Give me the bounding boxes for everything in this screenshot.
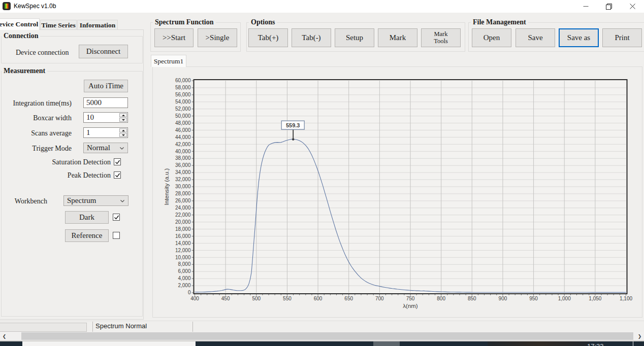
svg-text:400: 400 [190,296,199,301]
saturation-detection-checkbox[interactable] [114,158,121,165]
tab-plus-button[interactable]: Tab(+) [248,28,288,47]
svg-text:650: 650 [344,296,353,301]
spectrum-function-group-title: Spectrum Function [153,18,216,26]
status-message: Spectrum Normal [95,321,147,332]
svg-text:559.3: 559.3 [286,122,300,128]
disconnect-button[interactable]: Disconnect [79,45,128,58]
svg-text:800: 800 [437,296,445,301]
title-bar: KewSpec v1.0b [0,0,644,13]
svg-text:30,000: 30,000 [175,184,191,189]
open-button[interactable]: Open [472,28,511,47]
minimize-button[interactable] [574,0,597,13]
close-icon [630,4,635,9]
trigger-mode-dropdown[interactable]: Normal [83,143,128,153]
svg-text:58,000: 58,000 [175,85,191,90]
svg-text:54,000: 54,000 [175,99,191,105]
tab-time-series[interactable]: Time Series [40,20,77,30]
svg-text:2,000: 2,000 [178,283,190,288]
boxcar-width-down-button[interactable] [119,118,127,122]
check-icon [114,172,121,179]
svg-text:10,000: 10,000 [175,255,191,260]
spectrum-chart[interactable]: 02,0004,0006,0008,00010,00012,00014,0001… [153,67,642,317]
minimize-icon [583,4,589,9]
boxcar-width-label: Boxcar width [0,114,72,122]
integration-time-label: Integration time(ms) [0,99,72,108]
svg-text:44,000: 44,000 [175,134,191,140]
dark-button[interactable]: Dark [65,211,109,224]
svg-text:1,050: 1,050 [589,296,601,301]
chevron-down-icon [120,200,124,202]
taskbar-button-highlight [373,341,400,346]
reference-button[interactable]: Reference [65,229,109,242]
mark-tools-button[interactable]: Mark Tools [421,28,461,47]
svg-text:50,000: 50,000 [175,113,191,119]
svg-text:900: 900 [499,296,507,301]
boxcar-width-value: 10 [86,113,94,121]
svg-text:42,000: 42,000 [175,142,191,147]
workbench-dropdown[interactable]: Spectrum [63,195,128,206]
boxcar-width-input[interactable]: 10 [83,112,128,123]
integration-time-input[interactable]: 5000 [83,97,128,108]
save-as-button[interactable]: Save as [559,28,599,47]
measurement-group-title: Measurement [2,67,47,75]
start-button[interactable]: >>Start [154,28,194,47]
file-management-group-title: File Management [471,18,528,26]
svg-text:450: 450 [221,296,230,301]
clock-text: 17:33 [587,344,604,346]
progress-indicator [0,323,87,332]
svg-text:0: 0 [188,290,191,295]
restore-button[interactable] [597,0,621,13]
tab-information-label: Information [80,21,116,29]
scans-average-down-button[interactable] [119,133,127,137]
trigger-mode-value: Normal [87,144,110,152]
svg-text:4,000: 4,000 [178,275,190,281]
svg-text:1,100: 1,100 [620,296,632,301]
options-group-title: Options [249,18,277,26]
svg-text:56,000: 56,000 [175,92,191,97]
svg-text:8,000: 8,000 [178,261,190,267]
tab-time-series-label: Time Series [41,21,76,29]
trigger-mode-label: Trigger Mode [0,145,72,153]
background-window-strip [22,341,196,346]
svg-text:6,000: 6,000 [178,268,190,274]
svg-text:750: 750 [406,296,415,301]
tab-information[interactable]: Information [77,20,118,30]
scroll-right-button[interactable]: ❯ [635,332,644,340]
mark-tools-line1: Mark [434,31,448,38]
svg-text:24,000: 24,000 [175,205,191,211]
svg-text:22,000: 22,000 [175,212,191,218]
spin-down-icon [122,134,125,136]
taskbar-segment [0,341,22,346]
scans-average-up-button[interactable] [119,128,127,132]
tab-spectrum1[interactable]: Spectrum1 [151,55,186,67]
restore-icon [606,4,612,10]
close-button[interactable] [621,0,644,13]
window-title: KewSpec v1.0b [14,0,56,13]
save-button[interactable]: Save [516,28,555,47]
svg-text:850: 850 [468,296,476,301]
dark-checkbox[interactable] [113,214,120,221]
svg-text:λ(nm): λ(nm) [403,303,418,309]
scroll-left-button[interactable]: ❮ [0,332,9,340]
single-button[interactable]: >Single [198,28,237,47]
taskbar-clock: 17:33 [584,344,615,346]
tab-minus-button[interactable]: Tab(-) [292,28,331,47]
boxcar-width-up-button[interactable] [119,113,127,117]
svg-text:600: 600 [314,296,323,301]
print-button[interactable]: Print [602,28,642,47]
svg-text:950: 950 [529,296,538,301]
spin-down-icon [122,119,125,121]
svg-text:1,000: 1,000 [558,296,571,301]
peak-detection-checkbox[interactable] [114,171,121,179]
tab-device-control[interactable]: Device Control [0,18,40,30]
reference-checkbox[interactable] [113,232,120,239]
tab-spectrum1-label: Spectrum1 [154,57,184,65]
svg-text:34,000: 34,000 [175,169,191,175]
app-icon [3,2,11,10]
status-separator [192,322,193,332]
auto-itime-button[interactable]: Auto iTime [84,80,128,92]
mark-button[interactable]: Mark [378,28,417,47]
scrollbar-thumb[interactable] [21,332,633,340]
scans-average-input[interactable]: 1 [83,127,128,138]
setup-button[interactable]: Setup [335,28,374,47]
